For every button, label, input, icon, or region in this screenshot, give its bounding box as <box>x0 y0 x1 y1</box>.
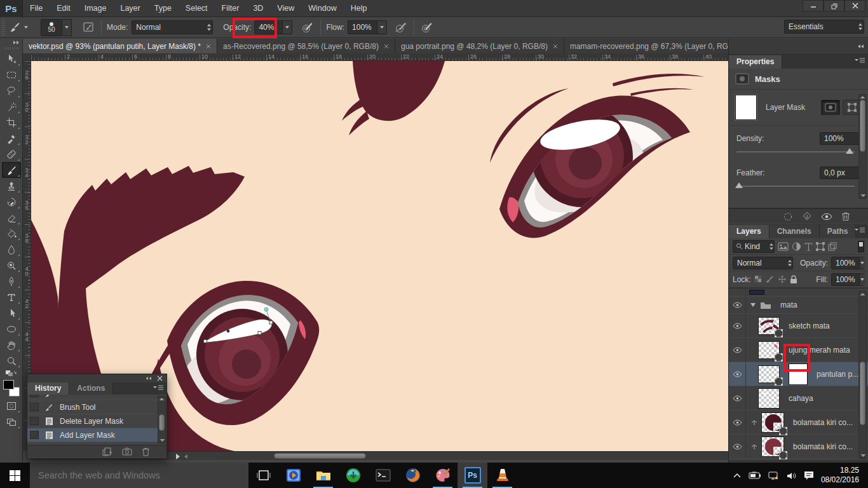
properties-scrollbar[interactable] <box>858 94 867 199</box>
battery-icon[interactable] <box>749 471 761 479</box>
command-prompt-app-icon[interactable] <box>368 463 398 488</box>
layer-opacity-select[interactable]: 100% <box>831 257 864 269</box>
tab-as-recovered-png[interactable]: as-Recovered.png @ 58,5% (Layer 0, RGB/8… <box>217 39 395 53</box>
menu-help[interactable]: Help <box>344 0 374 17</box>
history-step-delete-layer-mask[interactable]: Delete Layer Mask <box>27 414 159 428</box>
pen-tool[interactable] <box>2 273 21 289</box>
lock-all-icon[interactable] <box>790 275 797 284</box>
menu-type[interactable]: Type <box>147 0 179 17</box>
tab-paths[interactable]: Paths <box>820 225 857 238</box>
layer-row-sketch-mata[interactable]: sketch mata <box>729 314 868 338</box>
tray-chevron-icon[interactable] <box>733 473 742 478</box>
menu-file[interactable]: File <box>23 0 50 17</box>
history-source-checkbox[interactable] <box>30 431 39 439</box>
layer-row-partial[interactable] <box>729 288 868 297</box>
menu-filter[interactable]: Filter <box>215 0 247 17</box>
filter-adjustment-layers-icon[interactable] <box>792 242 801 251</box>
layer-row-ujung-merah-mata[interactable]: ujung merah mata <box>729 338 868 362</box>
scroll-down-icon[interactable] <box>860 454 867 458</box>
fill-dropdown-arrow-icon[interactable] <box>859 274 865 285</box>
filter-type-layers-icon[interactable] <box>804 242 813 251</box>
menu-window[interactable]: Window <box>301 0 343 17</box>
opacity-dropdown-arrow-icon[interactable] <box>859 257 865 269</box>
task-view-button[interactable] <box>248 463 278 488</box>
restore-icon[interactable] <box>824 0 844 11</box>
history-step-partial[interactable] <box>27 395 159 400</box>
tab-close-icon[interactable] <box>384 44 389 49</box>
tab-close-icon[interactable] <box>206 44 211 49</box>
tab-close-icon[interactable] <box>553 44 558 49</box>
history-source-checkbox[interactable] <box>30 417 39 425</box>
network-icon[interactable] <box>768 471 780 480</box>
scroll-thumb[interactable] <box>860 100 865 152</box>
zoom-tool[interactable] <box>2 353 21 369</box>
delete-mask-trash-icon[interactable] <box>841 212 850 221</box>
delete-state-trash-icon[interactable] <box>142 447 150 456</box>
volume-icon[interactable] <box>787 471 797 480</box>
quick-mask-mode-button[interactable] <box>2 398 21 414</box>
filter-smart-objects-icon[interactable] <box>828 242 837 251</box>
idm-app-icon[interactable] <box>338 463 368 488</box>
pressure-opacity-icon[interactable] <box>300 20 315 35</box>
brush-tool[interactable] <box>2 162 21 178</box>
filter-toggle-switch[interactable] <box>858 241 864 252</box>
menu-view[interactable]: View <box>270 0 301 17</box>
eyedropper-tool[interactable] <box>2 130 21 146</box>
tab-history[interactable]: History <box>27 383 69 395</box>
scroll-up-icon[interactable] <box>859 292 866 296</box>
menu-select[interactable]: Select <box>179 0 215 17</box>
filter-shape-layers-icon[interactable] <box>816 242 825 251</box>
screen-mode-button[interactable] <box>2 414 21 430</box>
tab-vektor-psd[interactable]: vektor.psd @ 93% (pantulan putih, Layer … <box>23 39 217 53</box>
collapse-panel-icon[interactable] <box>145 376 152 381</box>
firefox-app-icon[interactable] <box>398 463 428 488</box>
layer-row-bolamata-1[interactable]: bolamata kiri co... <box>729 410 868 435</box>
taskbar-clock[interactable]: 18.25 08/02/2016 <box>821 466 862 485</box>
tab-channels[interactable]: Channels <box>770 225 820 238</box>
layer-mask-thumbnail[interactable] <box>789 363 808 385</box>
scroll-up-icon[interactable] <box>158 397 165 401</box>
hand-tool[interactable] <box>2 337 21 353</box>
apply-mask-icon[interactable] <box>802 212 812 222</box>
history-step-add-layer-mask-selected[interactable]: Add Layer Mask <box>27 428 159 442</box>
history-source-checkbox[interactable] <box>30 395 39 397</box>
status-prev-icon[interactable] <box>184 454 188 459</box>
visibility-eye-icon[interactable] <box>733 323 742 329</box>
feather-value-well[interactable]: 0,0 px <box>820 166 860 179</box>
workspace-select[interactable]: Essentials <box>784 20 864 34</box>
visibility-eye-icon[interactable] <box>733 395 742 402</box>
history-step-brush-tool[interactable]: Brush Tool <box>27 400 159 414</box>
ellipse-shape-tool[interactable] <box>2 321 21 337</box>
brush-tool-preset-icon[interactable] <box>8 20 23 35</box>
visibility-eye-icon[interactable] <box>733 371 742 377</box>
feather-slider-thumb[interactable] <box>735 182 743 188</box>
status-expand-icon[interactable] <box>175 454 181 459</box>
panel-menu-icon[interactable] <box>855 227 865 234</box>
collapse-toolbar-icon[interactable] <box>13 40 20 45</box>
spot-healing-brush-tool[interactable] <box>2 146 21 162</box>
layer-fill-select[interactable]: 100% <box>831 273 864 286</box>
scroll-thumb[interactable] <box>860 362 865 425</box>
tab-layers[interactable]: Layers <box>729 225 770 238</box>
scroll-down-icon[interactable] <box>860 194 867 198</box>
lasso-tool[interactable] <box>2 83 21 98</box>
brush-size-well[interactable]: 50 <box>41 19 62 36</box>
preset-dropdown-arrow-icon[interactable] <box>23 25 29 30</box>
new-snapshot-camera-icon[interactable] <box>122 447 132 456</box>
photoshop-app-icon[interactable]: Ps <box>458 463 487 488</box>
hscroll-thumb[interactable] <box>274 453 366 459</box>
layer-row-cahaya[interactable]: cahaya <box>729 386 868 410</box>
flow-dropdown-arrow-icon[interactable] <box>377 21 386 34</box>
magic-wand-tool[interactable] <box>2 98 21 114</box>
search-input[interactable] <box>30 470 248 481</box>
clone-stamp-tool[interactable] <box>2 178 21 194</box>
lock-transparency-icon[interactable] <box>754 275 763 283</box>
select-layer-mask-button[interactable] <box>821 100 840 115</box>
layer-thumbnail[interactable] <box>761 412 784 433</box>
crop-tool[interactable] <box>2 114 21 130</box>
mask-selection-icon[interactable] <box>783 212 793 222</box>
tab-gua-portrait-png[interactable]: gua portrait.png @ 48,2% (Layer 0, RGB/8… <box>395 39 564 53</box>
new-document-from-state-icon[interactable] <box>102 447 112 456</box>
disable-mask-eye-icon[interactable] <box>821 213 832 220</box>
eraser-tool[interactable] <box>2 210 21 226</box>
